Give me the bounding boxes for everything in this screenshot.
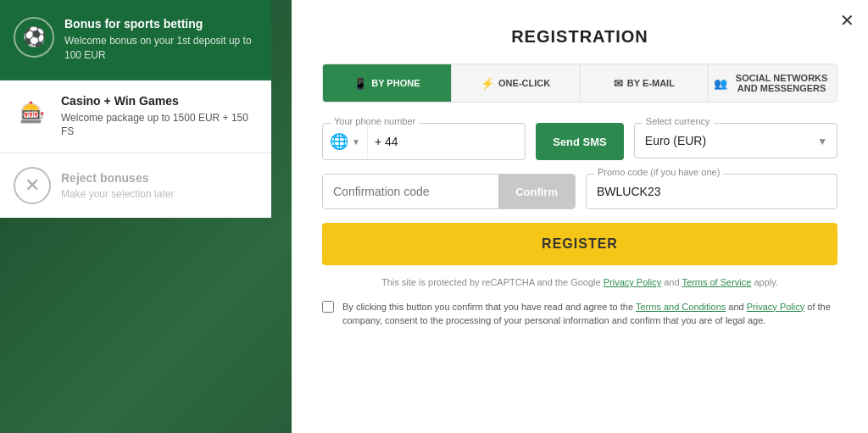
phone-flag-selector[interactable]: 🌐 ▼ xyxy=(323,124,368,159)
terms-checkbox[interactable] xyxy=(322,301,334,313)
tab-social-networks[interactable]: 👥 SOCIAL NETWORKS AND MESSENGERS xyxy=(709,64,837,102)
send-sms-button[interactable]: Send SMS xyxy=(536,123,624,160)
currency-select[interactable]: Euro (EUR) USD GBP RUB xyxy=(634,123,837,158)
chevron-down-icon: ▼ xyxy=(352,137,360,147)
confirm-button[interactable]: Confirm xyxy=(498,175,575,208)
casino-icon: 🎰 xyxy=(14,94,51,131)
phone-tab-icon: 📱 xyxy=(353,77,367,90)
reject-title: Reject bonuses xyxy=(61,171,174,185)
reject-description: Make your selection later xyxy=(61,188,174,200)
tab-social-label: SOCIAL NETWORKS AND MESSENGERS xyxy=(732,73,832,93)
reject-text: Reject bonuses Make your selection later xyxy=(61,171,174,200)
casino-bonus-text: Casino + Win Games Welcome package up to… xyxy=(61,94,258,140)
tab-by-email-label: BY E-MAIL xyxy=(627,78,675,88)
tab-by-phone-label: BY PHONE xyxy=(371,78,420,88)
social-tab-icon: 👥 xyxy=(714,77,727,90)
terms-row: By clicking this button you confirm that… xyxy=(322,300,837,328)
flag-icon: 🌐 xyxy=(330,132,348,151)
phone-prefix-input[interactable] xyxy=(368,124,419,159)
phone-currency-row: Your phone number 🌐 ▼ Send SMS Select cu… xyxy=(322,123,837,160)
reject-icon: ✕ xyxy=(14,167,51,204)
terms-conditions-link[interactable]: Terms and Conditions xyxy=(636,302,726,312)
oneclick-tab-icon: ⚡ xyxy=(481,77,494,90)
sidebar-sports-bonus[interactable]: ⚽ Bonus for sports betting Welcome bonus… xyxy=(0,0,271,80)
terms-text: By clicking this button you confirm that… xyxy=(342,300,837,328)
recaptcha-notice: This site is protected by reCAPTCHA and … xyxy=(322,275,837,290)
promo-code-input[interactable] xyxy=(586,174,837,209)
terms-privacy-link[interactable]: Privacy Policy xyxy=(747,302,804,312)
promo-code-group: Promo code (if you have one) xyxy=(586,174,837,209)
registration-modal: ✕ REGISTRATION 📱 BY PHONE ⚡ ONE-CLICK ✉ … xyxy=(292,0,868,433)
phone-number-label: Your phone number xyxy=(331,116,419,126)
email-tab-icon: ✉ xyxy=(614,77,623,90)
sidebar-reject-bonuses[interactable]: ✕ Reject bonuses Make your selection lat… xyxy=(0,153,271,218)
confirmation-input-wrap: Confirm xyxy=(322,174,576,209)
registration-tabs: 📱 BY PHONE ⚡ ONE-CLICK ✉ BY E-MAIL 👥 SOC… xyxy=(322,64,837,103)
sidebar: ⚽ Bonus for sports betting Welcome bonus… xyxy=(0,0,271,433)
promo-code-label: Promo code (if you have one) xyxy=(594,167,723,177)
soccer-ball-icon: ⚽ xyxy=(14,17,54,58)
sports-bonus-title: Bonus for sports betting xyxy=(64,17,258,31)
tab-one-click[interactable]: ⚡ ONE-CLICK xyxy=(452,64,581,102)
register-button[interactable]: REGISTER xyxy=(322,223,837,265)
sports-bonus-text: Bonus for sports betting Welcome bonus o… xyxy=(64,17,258,63)
confirmation-promo-row: Confirm Promo code (if you have one) xyxy=(322,174,837,209)
sidebar-casino-bonus[interactable]: 🎰 Casino + Win Games Welcome package up … xyxy=(0,80,271,154)
confirmation-code-input[interactable] xyxy=(323,175,498,208)
terms-of-service-link[interactable]: Terms of Service xyxy=(682,277,751,287)
casino-bonus-description: Welcome package up to 1500 EUR + 150 FS xyxy=(61,111,258,140)
tab-one-click-label: ONE-CLICK xyxy=(498,78,550,88)
currency-selector-group: Select currency Euro (EUR) USD GBP RUB ▼ xyxy=(634,123,837,160)
sports-bonus-description: Welcome bonus on your 1st deposit up to … xyxy=(64,34,258,63)
currency-label: Select currency xyxy=(643,116,714,126)
privacy-policy-link[interactable]: Privacy Policy xyxy=(604,277,661,287)
modal-title: REGISTRATION xyxy=(322,27,837,47)
tab-by-phone[interactable]: 📱 BY PHONE xyxy=(323,64,452,102)
close-button[interactable]: ✕ xyxy=(840,12,854,29)
tab-by-email[interactable]: ✉ BY E-MAIL xyxy=(581,64,709,102)
casino-bonus-title: Casino + Win Games xyxy=(61,94,258,108)
